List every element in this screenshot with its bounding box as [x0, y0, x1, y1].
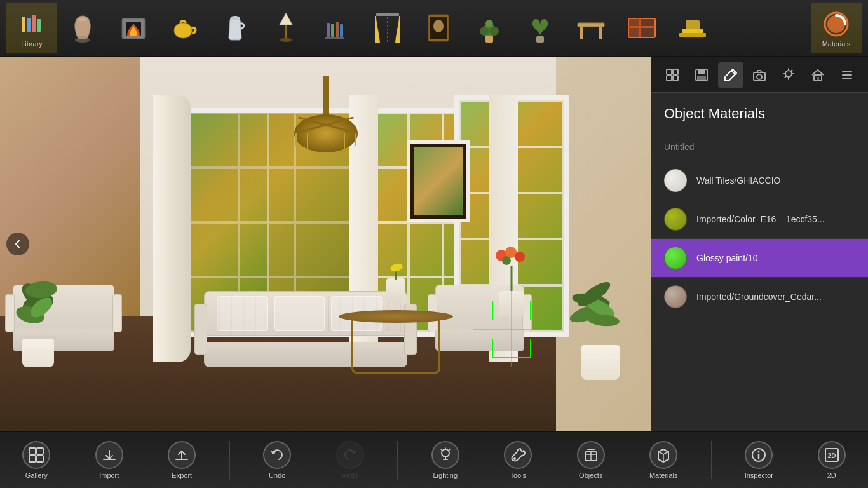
svg-point-63	[513, 458, 516, 460]
bottom-gallery[interactable]: Gallery	[11, 435, 62, 485]
toolbar-platform[interactable]	[667, 3, 718, 53]
svg-point-27	[485, 20, 493, 27]
bottom-materials[interactable]: Materials	[638, 435, 689, 485]
bottom-export[interactable]: Export	[156, 435, 207, 485]
inspector-icon	[745, 441, 773, 469]
bottom-lighting[interactable]: Lighting	[420, 435, 471, 485]
panel-section-label: Untitled	[651, 132, 868, 158]
tools-icon	[504, 441, 532, 469]
svg-point-51	[757, 74, 762, 79]
toolbar-materials[interactable]: Materials	[811, 3, 862, 53]
material-item-4[interactable]: Imported/Groundcover_Cedar...	[651, 278, 868, 316]
divider-3	[711, 441, 712, 479]
svg-point-62	[442, 449, 449, 457]
toolbar-curtains[interactable]	[362, 3, 413, 53]
svg-rect-45	[673, 76, 678, 81]
svg-point-12	[280, 38, 292, 42]
material-item-2[interactable]: Imported/Color_E16__1eccf35...	[651, 200, 868, 239]
coffee-table-frame	[351, 316, 440, 374]
svg-rect-44	[667, 76, 672, 81]
svg-rect-39	[686, 20, 700, 29]
svg-rect-38	[679, 33, 706, 37]
fireplace-icon	[118, 12, 149, 44]
2d-icon: 2D	[818, 441, 846, 469]
toolbar-library[interactable]: Library	[6, 3, 57, 53]
material-swatch-3	[664, 247, 687, 269]
svg-rect-28	[536, 36, 544, 43]
bottom-inspector[interactable]: Inspector	[733, 435, 784, 485]
materials-label: Materials	[822, 40, 851, 48]
nav-prev-button[interactable]	[6, 233, 29, 255]
toolbar-plant1[interactable]	[464, 3, 515, 53]
plant-right-pot	[581, 345, 620, 380]
bottom-tools[interactable]: Tools	[492, 435, 543, 485]
inspector-label: Inspector	[745, 471, 773, 479]
plant-small-icon	[473, 12, 505, 44]
bottom-2d[interactable]: 2D 2D	[806, 435, 857, 485]
toolbar-vase[interactable]	[57, 3, 108, 53]
panel-light-button[interactable]	[776, 62, 801, 88]
flower-arrangement	[486, 240, 537, 316]
svg-rect-43	[673, 69, 678, 74]
coffee-table-top	[339, 310, 453, 323]
top-toolbar: Library	[0, 0, 868, 57]
panel-layout-button[interactable]	[660, 62, 685, 88]
svg-point-25	[480, 27, 489, 36]
panel-toolbar	[651, 57, 868, 93]
toolbar-pitcher[interactable]	[210, 3, 261, 53]
tools-label: Tools	[510, 471, 526, 479]
svg-rect-14	[331, 24, 334, 37]
bottom-redo[interactable]: Redo	[325, 435, 376, 485]
materials-icon	[820, 8, 852, 40]
plant-right-leaves	[569, 269, 632, 345]
material-swatch-4	[664, 285, 687, 308]
materials-bottom-label: Materials	[649, 471, 678, 479]
library-icon	[16, 8, 48, 40]
main-area: Object Materials Untitled Wall Tiles/GHI…	[0, 57, 868, 431]
svg-rect-29	[578, 23, 604, 27]
svg-rect-48	[697, 76, 706, 81]
svg-point-67	[758, 451, 760, 453]
toolbar-table[interactable]	[566, 3, 616, 53]
bottom-import[interactable]: Import	[84, 435, 135, 485]
teapot-icon	[168, 12, 200, 44]
panel-home-button[interactable]	[805, 62, 831, 88]
panel-title: Object Materials	[651, 93, 868, 132]
toolbar-teapot[interactable]	[159, 3, 210, 53]
toolbar-shelf[interactable]	[616, 3, 667, 53]
svg-rect-17	[325, 37, 344, 39]
panel-list-button[interactable]	[834, 62, 860, 88]
lamp-icon	[270, 12, 302, 44]
material-name-4: Imported/Groundcover_Cedar...	[696, 292, 822, 302]
chandelier	[288, 64, 364, 178]
toolbar-lamp[interactable]	[261, 3, 311, 53]
toolbar-fireplace[interactable]	[108, 3, 159, 53]
redo-icon	[336, 441, 364, 469]
panel-camera-button[interactable]	[747, 62, 772, 88]
material-item-1[interactable]: Wall Tiles/GHIACCIO	[651, 161, 868, 200]
panel-paint-button[interactable]	[718, 62, 743, 88]
svg-point-6	[79, 18, 86, 21]
bottom-undo[interactable]: Undo	[252, 435, 302, 485]
svg-rect-42	[667, 69, 672, 74]
scene	[0, 57, 651, 431]
viewport[interactable]	[0, 57, 651, 431]
objects-label: Objects	[579, 471, 602, 479]
toolbar-painting[interactable]	[413, 3, 464, 53]
svg-rect-31	[599, 27, 602, 39]
toolbar-bookend[interactable]	[311, 3, 362, 53]
svg-rect-2	[32, 15, 36, 32]
bottom-objects[interactable]: Objects	[566, 435, 616, 485]
svg-rect-59	[37, 448, 43, 454]
platform-icon	[677, 12, 709, 44]
gallery-label: Gallery	[25, 471, 48, 479]
material-item-3[interactable]: Glossy paint/10	[651, 239, 868, 278]
panel-save-button[interactable]	[689, 62, 714, 88]
toolbar-plant2[interactable]	[515, 3, 566, 53]
table-vase	[386, 272, 405, 304]
svg-rect-47	[698, 69, 705, 74]
svg-rect-58	[29, 448, 36, 454]
wall-picture	[407, 140, 470, 222]
gallery-icon	[22, 441, 50, 469]
svg-text:2D: 2D	[827, 452, 836, 459]
